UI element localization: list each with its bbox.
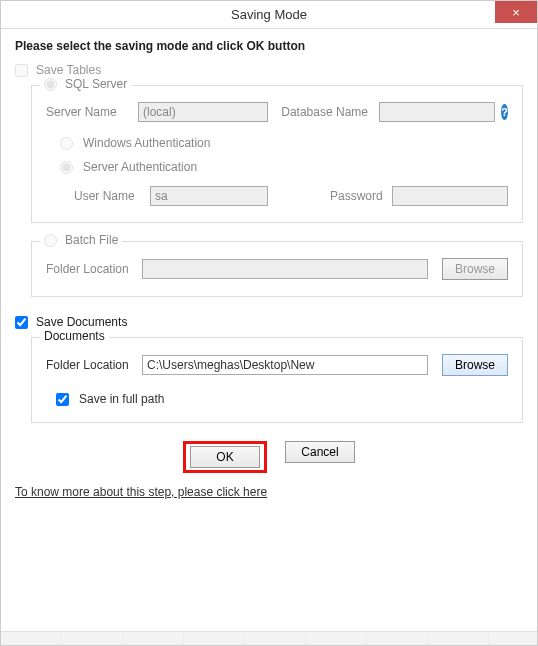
documents-legend-label: Documents: [44, 329, 105, 343]
database-name-label: Database Name: [281, 105, 373, 119]
batch-folder-input[interactable]: [142, 259, 428, 279]
help-link[interactable]: To know more about this step, please cli…: [15, 485, 267, 499]
batch-file-radio[interactable]: [44, 234, 57, 247]
save-tables-label: Save Tables: [36, 63, 101, 77]
documents-folder-label: Folder Location: [46, 358, 136, 372]
password-label: Password: [330, 189, 386, 203]
save-documents-label: Save Documents: [36, 315, 127, 329]
batch-file-legend-label: Batch File: [65, 233, 118, 247]
windows-auth-label: Windows Authentication: [83, 136, 210, 150]
documents-group: Documents Folder Location Browse Save in…: [31, 337, 523, 423]
close-icon: ×: [512, 6, 520, 19]
save-documents-row: Save Documents: [15, 315, 523, 329]
window-title: Saving Mode: [231, 7, 307, 22]
user-name-input[interactable]: [150, 186, 268, 206]
title-bar: Saving Mode ×: [1, 1, 537, 29]
batch-file-group: Batch File Folder Location Browse: [31, 241, 523, 297]
save-tables-row: Save Tables: [15, 63, 523, 77]
sql-server-radio[interactable]: [44, 78, 57, 91]
server-name-input[interactable]: [138, 102, 268, 122]
help-icon[interactable]: ?: [501, 104, 508, 120]
sql-server-legend-label: SQL Server: [65, 77, 127, 91]
documents-browse-button[interactable]: Browse: [442, 354, 508, 376]
status-bar: [1, 631, 537, 645]
server-auth-radio[interactable]: [60, 161, 73, 174]
save-full-path-label: Save in full path: [79, 392, 164, 406]
ok-button[interactable]: OK: [190, 446, 260, 468]
server-name-label: Server Name: [46, 105, 132, 119]
cancel-button[interactable]: Cancel: [285, 441, 355, 463]
save-full-path-checkbox[interactable]: [56, 393, 69, 406]
user-name-label: User Name: [74, 189, 144, 203]
password-input[interactable]: [392, 186, 508, 206]
server-auth-label: Server Authentication: [83, 160, 197, 174]
sql-server-group: SQL Server Server Name Database Name ? W…: [31, 85, 523, 223]
button-row: OK Cancel: [15, 441, 523, 473]
save-tables-checkbox[interactable]: [15, 64, 28, 77]
windows-auth-radio[interactable]: [60, 137, 73, 150]
database-name-input[interactable]: [379, 102, 495, 122]
batch-folder-label: Folder Location: [46, 262, 136, 276]
dialog-content: Please select the saving mode and click …: [1, 29, 537, 507]
ok-highlight: OK: [183, 441, 267, 473]
save-documents-checkbox[interactable]: [15, 316, 28, 329]
documents-folder-input[interactable]: [142, 355, 428, 375]
close-button[interactable]: ×: [495, 1, 537, 23]
batch-browse-button[interactable]: Browse: [442, 258, 508, 280]
help-link-row: To know more about this step, please cli…: [15, 485, 523, 499]
instruction-text: Please select the saving mode and click …: [15, 39, 523, 53]
